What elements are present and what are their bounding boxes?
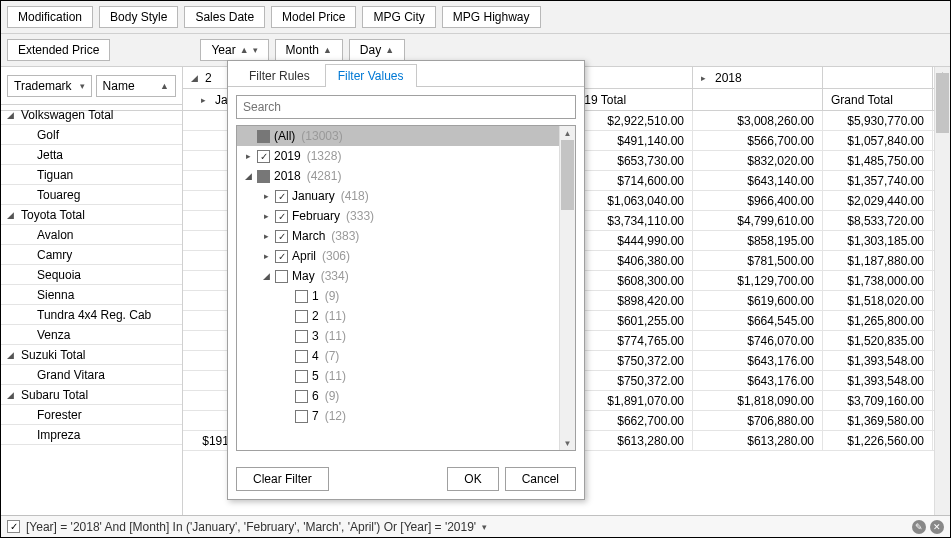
row-suzuki-total[interactable]: ◢Suzuki Total xyxy=(1,345,182,365)
field-sales-date[interactable]: Sales Date xyxy=(184,6,265,28)
tree-item-5[interactable]: 5(11) xyxy=(237,366,559,386)
tree-item-count: (383) xyxy=(331,229,359,243)
checkbox[interactable] xyxy=(295,310,308,323)
clear-filter-icon[interactable]: ✕ xyxy=(930,520,944,534)
expand-icon[interactable]: ◢ xyxy=(7,110,17,120)
row-touareg[interactable]: Touareg xyxy=(1,185,182,205)
col-2018[interactable]: ▸2018 xyxy=(693,67,823,88)
row-grand-vitara[interactable]: Grand Vitara xyxy=(1,365,182,385)
row-tundra-4x4-reg-cab[interactable]: Tundra 4x4 Reg. Cab xyxy=(1,305,182,325)
cell: $832,020.00 xyxy=(693,151,823,170)
filter-dropdown-icon[interactable]: ▾ xyxy=(482,522,487,532)
tree-item-6[interactable]: 6(9) xyxy=(237,386,559,406)
row-subaru-total[interactable]: ◢Subaru Total xyxy=(1,385,182,405)
tree-item-count: (13003) xyxy=(301,129,342,143)
scroll-thumb[interactable] xyxy=(561,140,574,210)
filter-trademark[interactable]: Trademark▾ xyxy=(7,75,92,97)
tree-item-4[interactable]: 4(7) xyxy=(237,346,559,366)
checkbox[interactable] xyxy=(257,170,270,183)
expand-icon[interactable]: ◢ xyxy=(261,271,271,281)
checkbox[interactable] xyxy=(295,350,308,363)
tree-item-march[interactable]: ▸✓March(383) xyxy=(237,226,559,246)
scroll-up-icon[interactable]: ▲ xyxy=(560,126,575,140)
scroll-down-icon[interactable]: ▼ xyxy=(560,436,575,450)
row-forester[interactable]: Forester xyxy=(1,405,182,425)
vertical-scrollbar[interactable]: ▲ ▼ xyxy=(934,67,950,525)
row-impreza[interactable]: Impreza xyxy=(1,425,182,445)
tree-item-2[interactable]: 2(11) xyxy=(237,306,559,326)
field-modification[interactable]: Modification xyxy=(7,6,93,28)
row-camry[interactable]: Camry xyxy=(1,245,182,265)
tree-item-may[interactable]: ◢May(334) xyxy=(237,266,559,286)
filter-name[interactable]: Name▲ xyxy=(96,75,176,97)
checkbox[interactable]: ✓ xyxy=(275,210,288,223)
tree-item-7[interactable]: 7(12) xyxy=(237,406,559,426)
expand-icon: ▸ xyxy=(701,73,711,83)
checkbox[interactable] xyxy=(275,270,288,283)
row-avalon[interactable]: Avalon xyxy=(1,225,182,245)
row-golf[interactable]: Golf xyxy=(1,125,182,145)
field-model-price[interactable]: Model Price xyxy=(271,6,356,28)
clear-filter-button[interactable]: Clear Filter xyxy=(236,467,329,491)
field-extended-price[interactable]: Extended Price xyxy=(7,39,110,61)
row-sienna[interactable]: Sienna xyxy=(1,285,182,305)
checkbox[interactable]: ✓ xyxy=(275,250,288,263)
field-year[interactable]: Year▲▾ xyxy=(200,39,268,61)
tree-item-april[interactable]: ▸✓April(306) xyxy=(237,246,559,266)
tree-item-count: (306) xyxy=(322,249,350,263)
checkbox[interactable] xyxy=(257,130,270,143)
checkbox[interactable]: ✓ xyxy=(275,230,288,243)
cell: $781,500.00 xyxy=(693,251,823,270)
tab-filter-values[interactable]: Filter Values xyxy=(325,64,417,87)
search-input[interactable] xyxy=(236,95,576,119)
checkbox[interactable] xyxy=(295,290,308,303)
field-month[interactable]: Month▲ xyxy=(275,39,343,61)
row-jetta[interactable]: Jetta xyxy=(1,145,182,165)
field-mpg-highway[interactable]: MPG Highway xyxy=(442,6,541,28)
checkbox[interactable] xyxy=(295,390,308,403)
tab-filter-rules[interactable]: Filter Rules xyxy=(236,64,323,87)
checkbox[interactable] xyxy=(295,330,308,343)
tree-item-label: 2018 xyxy=(274,169,301,183)
expand-icon[interactable]: ▸ xyxy=(261,231,271,241)
cancel-button[interactable]: Cancel xyxy=(505,467,576,491)
scroll-thumb[interactable] xyxy=(936,73,949,133)
row-toyota-total[interactable]: ◢Toyota Total xyxy=(1,205,182,225)
row-label: Sequoia xyxy=(37,268,81,282)
field-month-label: Month xyxy=(286,43,319,57)
row-sequoia[interactable]: Sequoia xyxy=(1,265,182,285)
checkbox[interactable]: ✓ xyxy=(275,190,288,203)
field-mpg-city[interactable]: MPG City xyxy=(362,6,435,28)
expand-icon[interactable]: ◢ xyxy=(7,210,17,220)
row-label: Touareg xyxy=(37,188,80,202)
tree-item-february[interactable]: ▸✓February(333) xyxy=(237,206,559,226)
expand-icon[interactable]: ▸ xyxy=(261,191,271,201)
expand-icon[interactable]: ▸ xyxy=(261,251,271,261)
tree-item-january[interactable]: ▸✓January(418) xyxy=(237,186,559,206)
filter-expression: [Year] = '2018' And [Month] In ('January… xyxy=(26,520,476,534)
tree-item-2018[interactable]: ◢2018(4281) xyxy=(237,166,559,186)
row-volkswagen-total[interactable]: ◢Volkswagen Total xyxy=(1,105,182,125)
expand-icon[interactable]: ◢ xyxy=(7,350,17,360)
cell: $1,738,000.00 xyxy=(823,271,933,290)
row-venza[interactable]: Venza xyxy=(1,325,182,345)
tree-item--all-[interactable]: (All)(13003) xyxy=(237,126,559,146)
field-body-style[interactable]: Body Style xyxy=(99,6,178,28)
tree-item-1[interactable]: 1(9) xyxy=(237,286,559,306)
filter-enabled-checkbox[interactable]: ✓ xyxy=(7,520,20,533)
checkbox[interactable] xyxy=(295,410,308,423)
ok-button[interactable]: OK xyxy=(447,467,498,491)
tree-item-label: 3 xyxy=(312,329,319,343)
expand-icon[interactable]: ◢ xyxy=(243,171,253,181)
checkbox[interactable]: ✓ xyxy=(257,150,270,163)
field-day[interactable]: Day▲ xyxy=(349,39,405,61)
expand-icon[interactable]: ▸ xyxy=(243,151,253,161)
tree-scrollbar[interactable]: ▲ ▼ xyxy=(559,126,575,450)
tree-item-2019[interactable]: ▸✓2019(1328) xyxy=(237,146,559,166)
edit-filter-icon[interactable]: ✎ xyxy=(912,520,926,534)
row-tiguan[interactable]: Tiguan xyxy=(1,165,182,185)
checkbox[interactable] xyxy=(295,370,308,383)
tree-item-3[interactable]: 3(11) xyxy=(237,326,559,346)
expand-icon[interactable]: ◢ xyxy=(7,390,17,400)
expand-icon[interactable]: ▸ xyxy=(261,211,271,221)
